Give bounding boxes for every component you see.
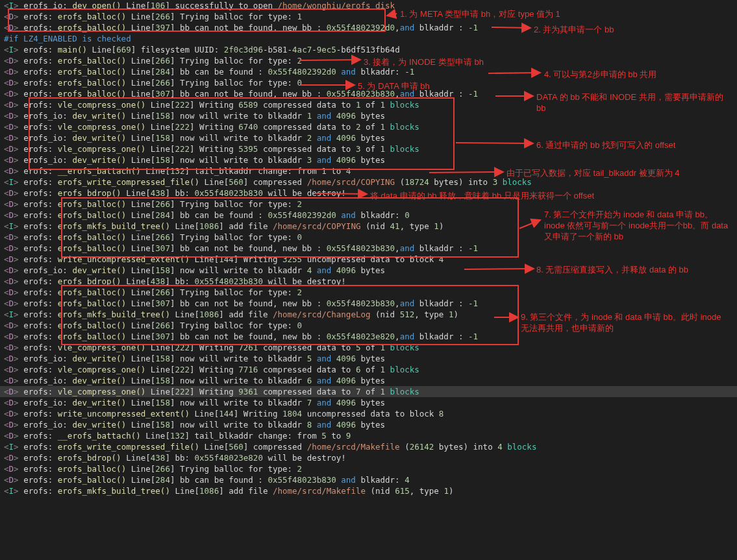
log-line: <I> erofs io: dev open() Line[106] succe…: [0, 0, 737, 11]
log-line: <D> erofs: erofs_balloc() Line[284] bb c…: [0, 474, 737, 485]
log-line: <D> erofs: vle_compress_one() Line[222] …: [0, 386, 737, 397]
log-line: <D> erofs: erofs_bdrop() Line[438] bb: 0…: [0, 188, 737, 199]
log-line: <D> erofs: erofs_balloc() Line[266] Tryi…: [0, 199, 737, 210]
log-line: <D> erofs: vle_compress_one() Line[222] …: [0, 342, 737, 353]
annotation-text: 6. 通过申请的 bb 找到可写入的 offset: [536, 140, 675, 151]
log-line: <D> erofs: write_uncompressed_extent() L…: [0, 254, 737, 265]
log-line: <D> erofs_io: dev_write() Line[158] now …: [0, 375, 737, 386]
annotation-text: 5. 为 DATA 申请 bh: [358, 80, 430, 91]
annotation-text: 3. 接着，为 INODE 类型申请 bh: [364, 56, 484, 67]
log-line: <D> erofs_io: dev_write() Line[158] now …: [0, 397, 737, 408]
log-line: <D> erofs: __erofs_battach() Line[132] t…: [0, 430, 737, 441]
annotation-text: 由于已写入数据，对应 tail_blkaddr 被更新为 4: [506, 167, 680, 178]
annotation-text: 9. 第三个文件，为 inode 和 data 申请 bb。此时 inode 无…: [521, 311, 729, 334]
log-line: <D> erofs: erofs_balloc() Line[266] Tryi…: [0, 11, 737, 22]
annotation-text: 4. 可以与第2步申请的 bb 共用: [544, 69, 656, 80]
log-line: <D> erofs_io: dev_write() Line[158] now …: [0, 353, 737, 364]
log-line: <D> erofs: erofs_balloc() Line[307] bb c…: [0, 298, 737, 309]
log-line: <I> erofs: erofs_mkfs_build_tree() Line[…: [0, 485, 737, 496]
log-line: <D> erofs_io: dev_write() Line[158] now …: [0, 419, 737, 430]
log-line: <D> erofs: erofs_bdrop() Line[438] bb: 0…: [0, 452, 737, 463]
annotation-text: 7. 第二个文件开始为 inode 和 data 申请 bb。inode 依然可…: [544, 209, 732, 242]
log-line: <D> erofs: erofs_balloc() Line[266] Tryi…: [0, 287, 737, 298]
annotation-text: DATA 的 bb 不能和 INODE 共用，需要再申请新的 bb: [536, 91, 731, 114]
log-line: <D> erofs: erofs_balloc() Line[307] bb c…: [0, 243, 737, 254]
log-line: #if LZ4_ENABLED is checked: [0, 33, 737, 44]
log-line: <D> erofs: vle_compress_one() Line[222] …: [0, 121, 737, 132]
log-line: <D> erofs: erofs_balloc() Line[397] bb c…: [0, 22, 737, 33]
annotation-text: 8. 无需压缩直接写入，并释放 data 的 bb: [536, 264, 688, 275]
annotation-text: 将 data 申请的 bb 释放，意味着 bb 只是用来获得一个 offset: [370, 190, 594, 201]
log-line: <D> erofs: erofs_balloc() Line[266] Tryi…: [0, 463, 737, 474]
log-line: <I> erofs: erofs_write_compressed_file()…: [0, 441, 737, 452]
log-line: <D> erofs: write_uncompressed_extent() L…: [0, 408, 737, 419]
log-line: <D> erofs: erofs_bdrop() Line[438] bb: 0…: [0, 276, 737, 287]
annotation-text: 2. 并为其申请一个 bb: [534, 24, 614, 35]
log-line: <I> erofs: main() Line[669] filesystem U…: [0, 44, 737, 55]
log-line: <D> erofs: vle_compress_one() Line[222] …: [0, 364, 737, 375]
log-line: <D> erofs_io: dev_write() Line[158] now …: [0, 154, 737, 165]
annotation-text: 1. 为 META 类型申请 bh，对应 type 值为 1: [400, 8, 560, 19]
